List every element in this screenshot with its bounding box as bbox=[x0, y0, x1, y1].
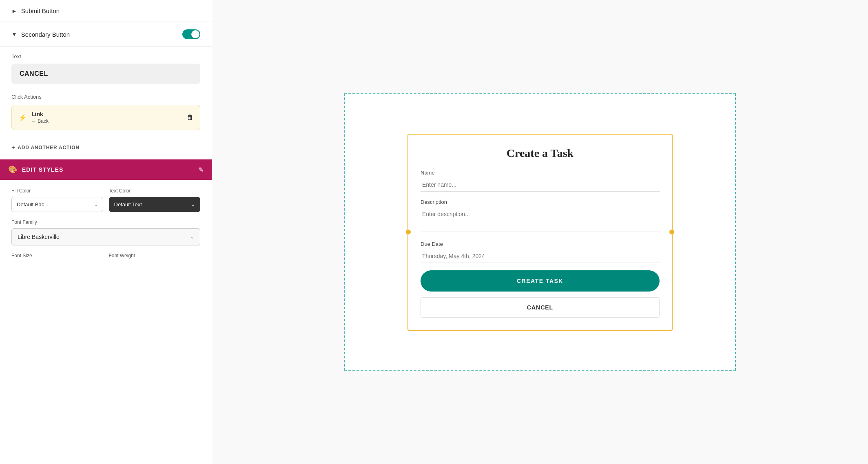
fill-color-chevron: ⌄ bbox=[94, 202, 98, 208]
action-info: Link ← Back bbox=[31, 111, 187, 124]
canvas-area: Create a Task Name Description Due Date … bbox=[344, 93, 736, 371]
font-family-chevron: ⌄ bbox=[190, 234, 194, 240]
edit-styles-header: 🎨 EDIT STYLES ✎ bbox=[0, 159, 212, 180]
name-label: Name bbox=[421, 170, 660, 176]
font-size-field: Font Size bbox=[11, 253, 103, 262]
due-date-field: Due Date bbox=[421, 241, 660, 263]
text-section: Text CANCEL bbox=[0, 47, 212, 91]
description-label: Description bbox=[421, 199, 660, 205]
font-family-dropdown[interactable]: Libre Baskerville ⌄ bbox=[11, 228, 200, 245]
cancel-button[interactable]: CANCEL bbox=[421, 297, 660, 318]
resize-handle-right[interactable] bbox=[669, 230, 674, 234]
edit-styles-label: EDIT STYLES bbox=[22, 166, 198, 173]
text-color-field: Text Color Default Text ⌄ bbox=[109, 188, 201, 212]
palette-icon: 🎨 bbox=[8, 165, 17, 174]
add-action-row[interactable]: + ADD ANOTHER ACTION bbox=[0, 141, 212, 155]
text-color-value: Default Text bbox=[114, 201, 142, 208]
font-weight-field: Font Weight bbox=[109, 253, 201, 262]
chevron-down-icon: ▼ bbox=[11, 31, 17, 38]
font-size-label: Font Size bbox=[11, 253, 103, 259]
description-input[interactable] bbox=[421, 208, 660, 232]
toggle-knob bbox=[191, 30, 199, 38]
add-action-label: ADD ANOTHER ACTION bbox=[18, 145, 80, 150]
left-panel: ► Submit Button ▼ Secondary Button Text … bbox=[0, 0, 212, 464]
description-field: Description bbox=[421, 199, 660, 234]
submit-button-label: Submit Button bbox=[21, 7, 60, 14]
create-task-button[interactable]: CREATE TASK bbox=[421, 270, 660, 292]
right-panel: Create a Task Name Description Due Date … bbox=[212, 0, 868, 464]
name-field: Name bbox=[421, 170, 660, 192]
due-date-label: Due Date bbox=[421, 241, 660, 247]
action-item[interactable]: ⚡ Link ← Back 🗑 bbox=[11, 105, 200, 130]
fill-color-label: Fill Color bbox=[11, 188, 103, 194]
secondary-button-label: Secondary Button bbox=[21, 31, 182, 38]
cancel-text-value[interactable]: CANCEL bbox=[11, 64, 200, 84]
chevron-right-icon: ► bbox=[11, 8, 17, 14]
font-family-label: Font Family bbox=[11, 219, 200, 225]
text-color-chevron: ⌄ bbox=[191, 202, 195, 208]
resize-handle-left[interactable] bbox=[406, 230, 411, 234]
bolt-icon: ⚡ bbox=[18, 114, 27, 122]
font-weight-label: Font Weight bbox=[109, 253, 201, 259]
secondary-button-row: ▼ Secondary Button bbox=[0, 22, 212, 47]
plus-icon: + bbox=[11, 144, 15, 151]
text-color-dropdown[interactable]: Default Text ⌄ bbox=[109, 197, 201, 212]
secondary-button-toggle[interactable] bbox=[182, 29, 200, 39]
font-family-value: Libre Baskerville bbox=[18, 234, 60, 240]
action-name: Link bbox=[31, 111, 187, 117]
form-title: Create a Task bbox=[421, 147, 660, 160]
click-actions-section: Click Actions ⚡ Link ← Back 🗑 bbox=[0, 91, 212, 141]
click-actions-label: Click Actions bbox=[11, 94, 200, 100]
submit-button-row[interactable]: ► Submit Button bbox=[0, 0, 212, 22]
edit-pencil-icon[interactable]: ✎ bbox=[198, 166, 204, 174]
styles-body: Fill Color Default Bac... ⌄ Text Color D… bbox=[0, 180, 212, 270]
action-sub: ← Back bbox=[31, 118, 187, 124]
due-date-input[interactable] bbox=[421, 250, 660, 263]
fill-color-value: Default Bac... bbox=[17, 201, 49, 208]
form-card: Create a Task Name Description Due Date … bbox=[407, 134, 673, 331]
delete-icon[interactable]: 🗑 bbox=[187, 114, 193, 121]
font-family-section: Font Family Libre Baskerville ⌄ bbox=[11, 219, 200, 245]
text-section-label: Text bbox=[11, 53, 200, 60]
fill-color-dropdown[interactable]: Default Bac... ⌄ bbox=[11, 197, 103, 212]
fill-text-color-row: Fill Color Default Bac... ⌄ Text Color D… bbox=[11, 188, 200, 212]
text-color-label: Text Color bbox=[109, 188, 201, 194]
fill-color-field: Fill Color Default Bac... ⌄ bbox=[11, 188, 103, 212]
font-size-weight-row: Font Size Font Weight bbox=[11, 253, 200, 262]
name-input[interactable] bbox=[421, 178, 660, 192]
